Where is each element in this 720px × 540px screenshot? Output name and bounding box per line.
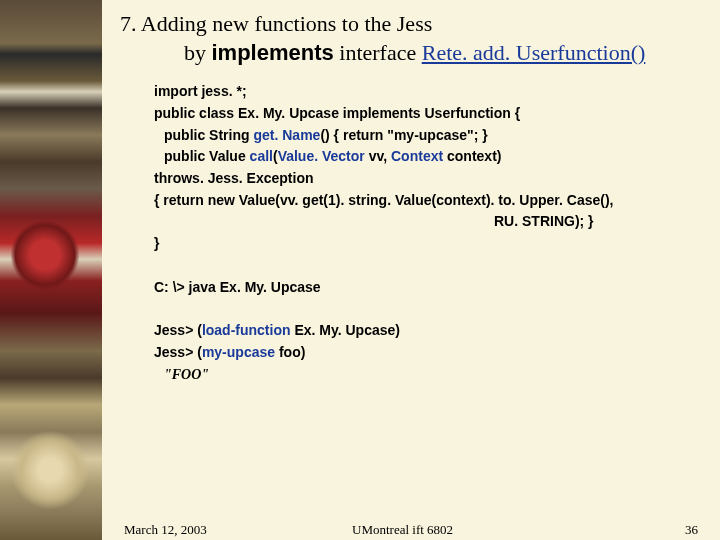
cmd-line: C: \> java Ex. My. Upcase	[154, 277, 720, 299]
code-line: public String get. Name() { return "my-u…	[164, 125, 720, 147]
code-line: public Value call(Value. Vector vv, Cont…	[164, 146, 720, 168]
code-line: public class Ex. My. Upcase implements U…	[154, 103, 720, 125]
heading-line1: 7. Adding new functions to the Jess	[120, 10, 720, 39]
slide-content: 7. Adding new functions to the Jess by i…	[102, 0, 720, 540]
heading-line2: by implements interface Rete. add. Userf…	[184, 39, 720, 68]
decorative-sidebar	[0, 0, 102, 540]
code-line: import jess. *;	[154, 81, 720, 103]
footer-page-number: 36	[685, 522, 698, 538]
footer-center: UMontreal ift 6802	[352, 522, 453, 538]
code-block: import jess. *; public class Ex. My. Upc…	[154, 81, 720, 385]
code-line: }	[154, 233, 720, 255]
jess-line: Jess> (my-upcase foo)	[154, 342, 720, 364]
code-line: { return new Value(vv. get(1). string. V…	[154, 190, 720, 212]
code-line: RU. STRING); }	[494, 211, 720, 233]
jess-line: Jess> (load-function Ex. My. Upcase)	[154, 320, 720, 342]
rete-link: Rete. add. Userfunction()	[422, 40, 646, 65]
footer-date: March 12, 2003	[124, 522, 207, 538]
output-line: "FOO"	[164, 364, 720, 386]
code-line: throws. Jess. Exception	[154, 168, 720, 190]
slide-heading: 7. Adding new functions to the Jess by i…	[120, 10, 720, 67]
